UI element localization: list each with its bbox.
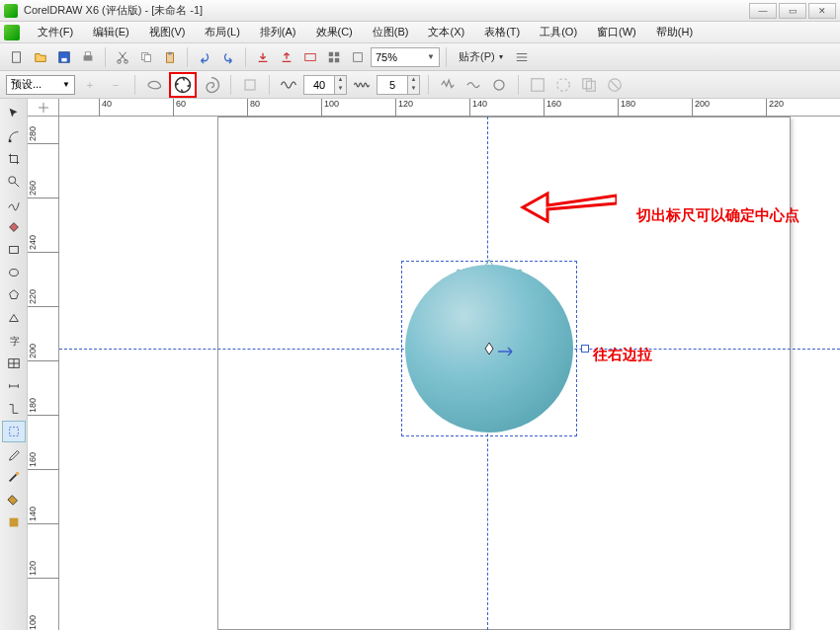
ellipse-tool-icon[interactable] [2, 262, 26, 283]
shape-tool-icon[interactable] [2, 125, 26, 147]
save-icon[interactable] [53, 46, 75, 68]
preset-dropdown[interactable]: 预设... ▼ [6, 75, 75, 95]
menu-layout[interactable]: 布局(L) [195, 23, 249, 41]
menu-view[interactable]: 视图(V) [139, 23, 196, 41]
snap-dropdown[interactable]: 贴齐(P) ▾ [453, 49, 509, 64]
distort-center-handle[interactable] [482, 342, 496, 355]
svg-rect-15 [335, 57, 339, 61]
app-launcher-icon[interactable] [323, 46, 345, 68]
menu-help[interactable]: 帮助(H) [646, 23, 703, 41]
zoom-select[interactable]: 75% ▼ [371, 47, 440, 67]
spin-up-icon[interactable]: ▲ [334, 76, 346, 85]
spin-up-icon[interactable]: ▲ [407, 76, 419, 85]
ruler-vertical[interactable]: 280 260 240 220 200 180 160 140 120 100 [28, 117, 59, 630]
add-preset-icon[interactable]: + [79, 74, 101, 96]
distort-zipper-icon[interactable] [169, 72, 197, 98]
menu-window[interactable]: 窗口(W) [587, 23, 646, 41]
remove-preset-icon[interactable]: − [105, 74, 126, 96]
amplitude-spinner[interactable]: ▲▼ [303, 75, 347, 95]
table-tool-icon[interactable] [2, 353, 26, 374]
cut-icon[interactable] [112, 46, 133, 68]
crop-tool-icon[interactable] [2, 148, 26, 170]
undo-icon[interactable] [194, 46, 215, 68]
copy-icon[interactable] [135, 46, 157, 68]
basic-shapes-tool-icon[interactable] [2, 307, 26, 329]
interactive-fill-tool-icon[interactable] [2, 512, 26, 533]
redo-icon[interactable] [217, 46, 239, 68]
menu-arrange[interactable]: 排列(A) [250, 23, 306, 41]
connector-tool-icon[interactable] [2, 398, 26, 420]
ruler-horizontal[interactable]: 40 60 80 100 120 140 160 180 200 220 [59, 99, 840, 117]
new-icon[interactable] [6, 46, 28, 68]
zoom-tool-icon[interactable] [2, 171, 26, 193]
close-button[interactable]: ✕ [808, 3, 836, 19]
fill-tool-icon[interactable] [2, 489, 26, 511]
options-icon[interactable] [511, 46, 533, 68]
separator [105, 47, 106, 67]
menu-edit[interactable]: 编辑(E) [83, 23, 139, 41]
frequency-spinner[interactable]: ▲▼ [377, 75, 420, 95]
property-bar: 预设... ▼ + − ▲▼ ▲▼ [0, 71, 840, 99]
amplitude-input[interactable] [304, 79, 334, 91]
ruler-tick: 120 [28, 561, 59, 579]
eyedropper-tool-icon[interactable] [2, 443, 26, 465]
ruler-corner[interactable] [28, 99, 59, 117]
distort-twister-icon[interactable] [201, 74, 222, 96]
distorted-circle-shape[interactable] [405, 265, 573, 433]
welcome-icon[interactable] [347, 46, 369, 68]
svg-text:字: 字 [9, 336, 19, 347]
menu-bitmap[interactable]: 位图(B) [363, 23, 419, 41]
interactive-distort-tool-icon[interactable] [2, 421, 26, 442]
pick-tool-icon[interactable] [2, 103, 26, 124]
center-distort-icon[interactable] [239, 74, 261, 96]
random-distort-icon[interactable] [437, 74, 459, 96]
menu-file[interactable]: 文件(F) [28, 23, 83, 41]
canvas[interactable]: 切出标尺可以确定中心点 往右边拉 [59, 117, 840, 630]
clear-distort-icon[interactable] [552, 74, 574, 96]
svg-rect-10 [168, 51, 172, 54]
copy-properties-icon[interactable] [578, 74, 600, 96]
menu-effects[interactable]: 效果(C) [306, 23, 363, 41]
convert-curves-icon[interactable] [527, 74, 548, 96]
ruler-tick: 160 [28, 452, 59, 470]
import-icon[interactable] [252, 46, 274, 68]
ruler-tick: 260 [28, 181, 59, 198]
paste-icon[interactable] [159, 46, 181, 68]
ruler-tick: 80 [247, 99, 260, 117]
distort-end-handle[interactable] [581, 345, 589, 353]
distort-direction-handle[interactable] [498, 346, 518, 359]
menubar: 文件(F) 编辑(E) 视图(V) 布局(L) 排列(A) 效果(C) 位图(B… [0, 22, 840, 43]
open-icon[interactable] [30, 46, 51, 68]
spin-down-icon[interactable]: ▼ [334, 85, 346, 94]
smooth-distort-icon[interactable] [462, 74, 484, 96]
print-icon[interactable] [77, 46, 99, 68]
polygon-tool-icon[interactable] [2, 284, 26, 306]
freehand-tool-icon[interactable] [2, 194, 26, 215]
frequency-input[interactable] [378, 79, 407, 91]
ruler-tick: 140 [469, 99, 487, 117]
clear-effect-icon[interactable] [604, 74, 626, 96]
text-tool-icon[interactable]: 字 [2, 330, 26, 352]
rectangle-tool-icon[interactable] [2, 239, 26, 261]
zoom-value: 75% [376, 51, 397, 63]
maximize-button[interactable]: ▭ [779, 3, 806, 19]
ruler-tick: 180 [618, 99, 635, 117]
ruler-tick: 240 [28, 235, 59, 253]
publish-icon[interactable] [299, 46, 321, 68]
minimize-button[interactable]: — [749, 3, 777, 19]
export-icon[interactable] [276, 46, 297, 68]
svg-rect-8 [144, 54, 150, 61]
outline-tool-icon[interactable] [2, 466, 26, 488]
menu-table[interactable]: 表格(T) [474, 23, 530, 41]
menu-text[interactable]: 文本(X) [418, 23, 474, 41]
distort-push-pull-icon[interactable] [143, 74, 165, 96]
smart-fill-tool-icon[interactable] [2, 216, 26, 238]
ruler-tick: 200 [692, 99, 710, 117]
svg-rect-12 [329, 51, 333, 55]
local-distort-icon[interactable] [488, 74, 510, 96]
separator [134, 75, 135, 95]
menu-tools[interactable]: 工具(O) [530, 23, 587, 41]
spin-down-icon[interactable]: ▼ [407, 85, 419, 94]
dimension-tool-icon[interactable] [2, 375, 26, 397]
app-menu-icon[interactable] [4, 25, 20, 40]
